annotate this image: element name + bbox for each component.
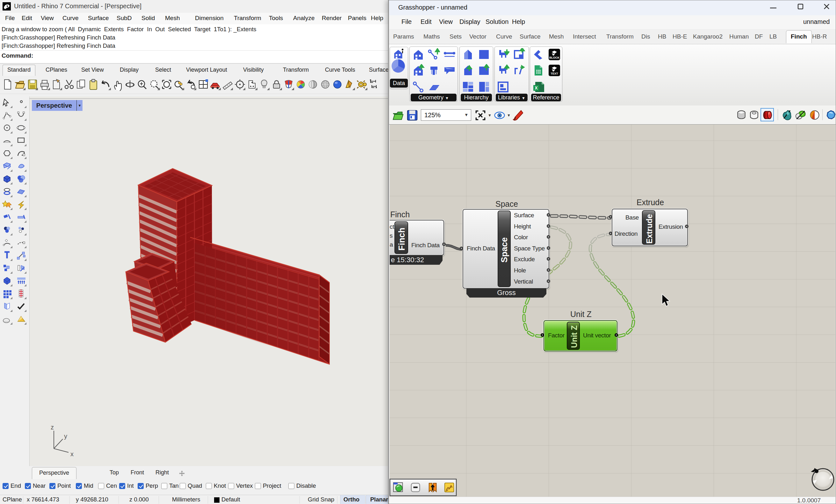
svg-text:z: z	[51, 424, 54, 431]
svg-text:x: x	[71, 450, 74, 458]
svg-text:y: y	[64, 433, 67, 440]
svg-text:BLOCK: BLOCK	[549, 56, 559, 59]
svg-text:X: X	[535, 85, 538, 91]
svg-text:TEXT: TEXT	[551, 72, 558, 75]
